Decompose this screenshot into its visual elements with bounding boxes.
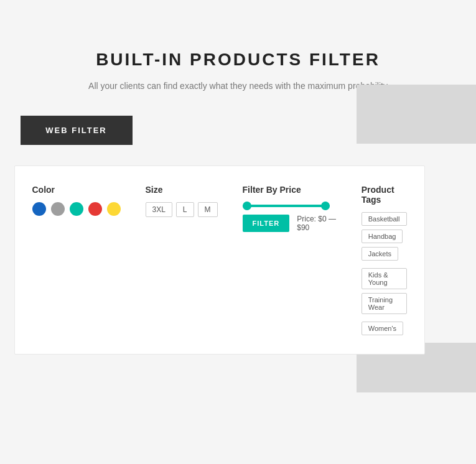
filter-btn-row: FILTER Price: $0 — $90 bbox=[243, 215, 337, 232]
tag-jackets[interactable]: Jackets bbox=[362, 247, 398, 261]
color-circles bbox=[32, 202, 121, 216]
page-container: BUILT-IN PRODUCTS FILTER All your client… bbox=[0, 0, 476, 464]
tag-basketball[interactable]: Basketball bbox=[362, 212, 407, 226]
tags-row-3: Women's bbox=[362, 322, 407, 335]
tag-training-wear[interactable]: Training Wear bbox=[362, 293, 407, 314]
tag-womens[interactable]: Women's bbox=[362, 322, 403, 335]
size-label: Size bbox=[146, 185, 218, 195]
tag-handbag[interactable]: Handbag bbox=[362, 230, 403, 243]
tag-kids-young[interactable]: Kids & Young bbox=[362, 268, 407, 289]
filter-action-button[interactable]: FILTER bbox=[243, 215, 290, 232]
color-label: Color bbox=[32, 185, 121, 195]
content-area: WEB FILTER Color Size bbox=[21, 116, 456, 145]
price-range-fill bbox=[243, 205, 330, 207]
color-teal[interactable] bbox=[70, 202, 83, 216]
size-buttons: 3XL L M bbox=[146, 202, 218, 217]
tags-label: Product Tags bbox=[362, 185, 407, 205]
price-text: Price: $0 — $90 bbox=[297, 215, 337, 232]
size-3xl[interactable]: 3XL bbox=[146, 202, 172, 217]
size-l[interactable]: L bbox=[176, 202, 194, 217]
color-filter-section: Color bbox=[32, 185, 121, 335]
size-m[interactable]: M bbox=[198, 202, 218, 217]
price-label: Filter By Price bbox=[243, 185, 337, 195]
tags-row-1: Basketball Handbag Jackets bbox=[362, 212, 407, 261]
page-title: BUILT-IN PRODUCTS FILTER bbox=[96, 50, 380, 70]
page-subtitle: All your clients can find exactly what t… bbox=[88, 81, 388, 91]
tags-row-2: Kids & Young Training Wear bbox=[362, 268, 407, 314]
web-filter-button[interactable]: WEB FILTER bbox=[21, 116, 133, 145]
price-thumb-right[interactable] bbox=[321, 202, 330, 210]
price-filter-section: Filter By Price FILTER Price: $0 — $90 bbox=[243, 185, 337, 335]
color-red[interactable] bbox=[88, 202, 102, 216]
size-filter-section: Size 3XL L M bbox=[146, 185, 218, 335]
color-blue[interactable] bbox=[32, 202, 46, 216]
color-gray[interactable] bbox=[51, 202, 65, 216]
price-range-track[interactable] bbox=[243, 205, 330, 207]
product-image-top bbox=[357, 85, 477, 144]
tags-section: Product Tags Basketball Handbag Jackets … bbox=[362, 185, 407, 335]
color-yellow[interactable] bbox=[107, 202, 121, 216]
price-thumb-left[interactable] bbox=[243, 202, 251, 210]
filter-panel: Color Size 3XL L M bbox=[14, 165, 425, 355]
